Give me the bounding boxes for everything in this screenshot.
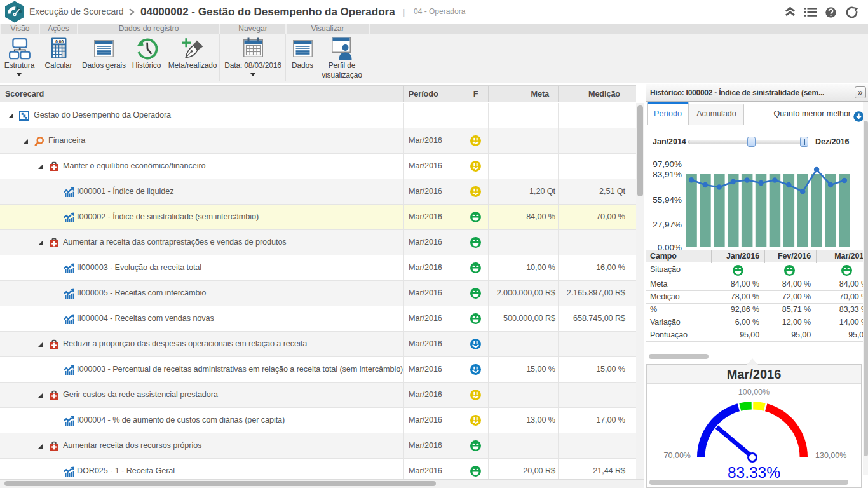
svg-text:27,97%: 27,97% — [653, 220, 682, 229]
svg-text:83,91%: 83,91% — [653, 170, 682, 179]
svg-text:55,94%: 55,94% — [653, 195, 682, 205]
svg-text:97,90%: 97,90% — [653, 159, 682, 169]
svg-text:0,00: 0,00 — [55, 39, 64, 44]
